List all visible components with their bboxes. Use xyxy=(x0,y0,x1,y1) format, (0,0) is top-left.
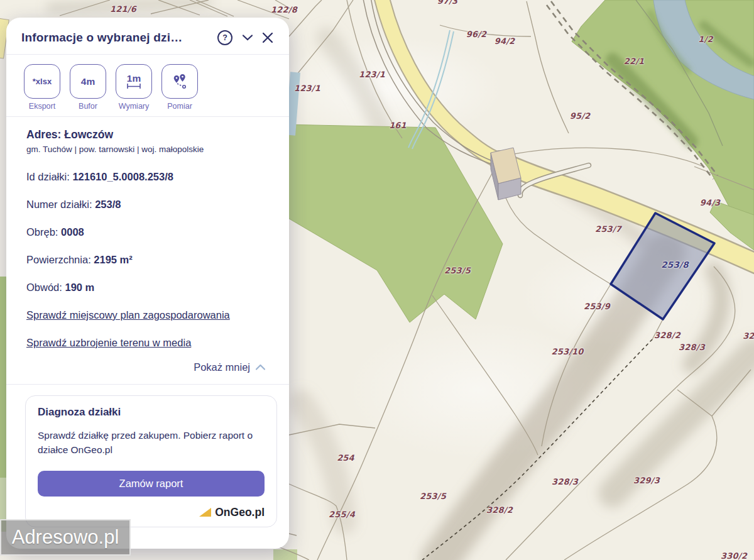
buffer-icon: 4m xyxy=(70,64,106,99)
help-icon[interactable]: ? xyxy=(217,30,232,45)
parcel-fields: Id działki: 121610_5.0008.253/8 Numer dz… xyxy=(6,154,289,349)
close-icon[interactable] xyxy=(263,33,273,43)
dimensions-button[interactable]: 1m Wymiary xyxy=(114,64,153,111)
field-parcel-number: Numer działki: 253/8 xyxy=(26,199,274,211)
ongeo-logo: OnGeo.pl xyxy=(38,506,265,519)
export-button[interactable]: *xlsx Eksport xyxy=(23,64,62,111)
panel-header: Informacje o wybranej dzi… ? xyxy=(6,18,289,54)
diagnosis-card: Diagnoza działki Sprawdź działkę przed z… xyxy=(25,395,277,527)
map-pins-icon xyxy=(161,64,198,99)
show-less-button[interactable]: Pokaż mniej xyxy=(6,361,265,373)
panel-title: Informacje o wybranej dzi… xyxy=(21,31,207,45)
address-block: Adres: Łowczów gm. Tuchów | pow. tarnows… xyxy=(6,117,289,154)
field-perimeter: Obwód: 190 m xyxy=(26,282,274,294)
diagnosis-title: Diagnoza działki xyxy=(38,406,265,419)
adresowo-watermark: Adresowo.pl xyxy=(0,519,131,556)
address-sub: gm. Tuchów | pow. tarnowski | woj. małop… xyxy=(26,145,274,154)
link-zoning-plan[interactable]: Sprawdź miejscowy plan zagospodarowania xyxy=(26,309,274,321)
map-application: 121/6122/897/396/294/21/222/1123/1123/19… xyxy=(0,0,754,560)
measure-button[interactable]: Pomiar xyxy=(160,64,199,111)
parcel-info-panel: Informacje o wybranej dzi… ? *xlsx Ekspo… xyxy=(6,18,289,549)
buffer-button[interactable]: 4m Bufor xyxy=(68,64,107,111)
order-report-button[interactable]: Zamów raport xyxy=(38,471,265,497)
diagnosis-body: Sprawdź działkę przed zakupem. Pobierz r… xyxy=(38,428,265,458)
chevron-up-icon xyxy=(256,365,265,370)
chevron-down-icon[interactable] xyxy=(243,35,253,41)
panel-toolbar: *xlsx Eksport 4m Bufor 1m Wymiary xyxy=(6,55,289,116)
field-area: Powierzchnia: 2195 m² xyxy=(26,254,274,266)
field-parcel-id: Id działki: 121610_5.0008.253/8 xyxy=(26,171,274,183)
link-utilities[interactable]: Sprawdź uzbrojenie terenu w media xyxy=(26,337,274,349)
building-3d xyxy=(491,148,521,200)
ruler-icon: 1m xyxy=(116,64,152,99)
ongeo-triangle-icon xyxy=(199,507,212,517)
xlsx-icon: *xlsx xyxy=(24,64,60,99)
field-precinct: Obręb: 0008 xyxy=(26,226,274,238)
address-line: Adres: Łowczów xyxy=(26,128,274,141)
